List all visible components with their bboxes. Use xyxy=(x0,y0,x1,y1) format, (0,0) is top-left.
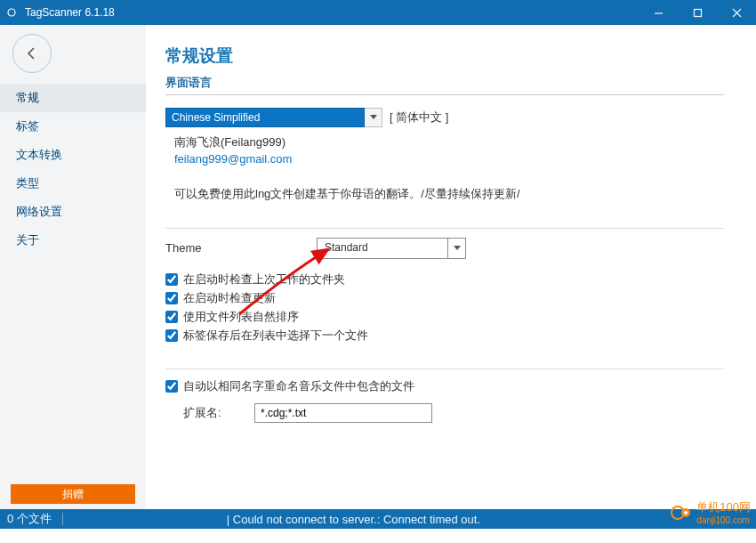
maximize-button[interactable] xyxy=(678,0,717,25)
page-title: 常规设置 xyxy=(165,45,724,68)
extension-input[interactable] xyxy=(254,403,432,423)
translation-note: 可以免费使用此lng文件创建基于你母语的翻译。/尽量持续保持更新/ xyxy=(174,185,724,203)
window-title: TagScanner 6.1.18 xyxy=(23,6,639,19)
sidebar-item-label: 文本转换 xyxy=(16,148,62,161)
sidebar: 常规 标签 文本转换 类型 网络设置 关于 捐赠 xyxy=(0,25,146,509)
check-updates[interactable] xyxy=(165,292,178,304)
check-natural-sort[interactable] xyxy=(165,311,178,323)
sidebar-item-general[interactable]: 常规 xyxy=(0,84,146,112)
chevron-down-icon[interactable] xyxy=(448,238,466,259)
sidebar-item-textconv[interactable]: 文本转换 xyxy=(0,141,146,169)
app-icon xyxy=(0,0,23,25)
theme-select-value: Standard xyxy=(317,238,448,259)
back-button[interactable] xyxy=(12,34,52,73)
theme-select[interactable]: Standard xyxy=(317,238,466,259)
check-last-folder[interactable] xyxy=(165,273,178,286)
check-rename-contained-label[interactable]: 自动以相同名字重命名音乐文件中包含的文件 xyxy=(183,378,414,394)
watermark-name: 单机100网 xyxy=(696,499,751,515)
watermark-url: danji100.com xyxy=(696,515,751,525)
check-rename-contained[interactable] xyxy=(165,380,178,393)
svg-rect-2 xyxy=(694,9,701,16)
svg-point-0 xyxy=(8,9,15,16)
close-button[interactable] xyxy=(717,0,756,25)
check-last-folder-label[interactable]: 在启动时检查上次工作的文件夹 xyxy=(183,272,345,288)
sidebar-item-label: 标签 xyxy=(16,119,39,133)
theme-label: Theme xyxy=(165,241,317,255)
check-updates-label[interactable]: 在启动时检查更新 xyxy=(183,290,276,306)
status-divider xyxy=(62,513,63,525)
status-message: | Could not connect to server.: Connect … xyxy=(67,513,756,526)
chevron-down-icon[interactable] xyxy=(365,108,382,127)
watermark: 单机100网 danji100.com xyxy=(670,499,751,525)
sidebar-item-network[interactable]: 网络设置 xyxy=(0,198,146,226)
sidebar-item-types[interactable]: 类型 xyxy=(0,169,146,198)
translator-name: 南海飞浪(Feilang999) xyxy=(174,134,724,150)
language-native-label: [ 简体中文 ] xyxy=(390,109,448,126)
sidebar-item-label: 类型 xyxy=(16,176,39,190)
divider xyxy=(165,228,724,229)
language-select-value: Chinese Simplified xyxy=(165,108,365,127)
sidebar-item-label: 网络设置 xyxy=(16,205,62,218)
sidebar-item-label: 关于 xyxy=(16,233,39,247)
extension-label: 扩展名: xyxy=(165,405,254,421)
status-file-count: 0 个文件 xyxy=(0,511,59,527)
check-next-after-save-label[interactable]: 标签保存后在列表中选择下一个文件 xyxy=(183,328,368,344)
donate-button[interactable]: 捐赠 xyxy=(11,484,135,504)
section-language-label: 界面语言 xyxy=(165,75,724,91)
sidebar-item-tags[interactable]: 标签 xyxy=(0,112,146,141)
check-natural-sort-label[interactable]: 使用文件列表自然排序 xyxy=(183,309,299,325)
sidebar-item-label: 常规 xyxy=(16,91,39,104)
language-select[interactable]: Chinese Simplified xyxy=(165,108,382,127)
translator-email[interactable]: feilang999@gmail.com xyxy=(174,152,724,166)
sidebar-item-about[interactable]: 关于 xyxy=(0,226,146,255)
divider xyxy=(165,94,724,95)
check-next-after-save[interactable] xyxy=(165,329,178,342)
content-pane: 常规设置 界面语言 Chinese Simplified [ 简体中文 ] 南海… xyxy=(146,25,756,509)
minimize-button[interactable] xyxy=(639,0,678,25)
svg-point-7 xyxy=(684,511,688,515)
divider xyxy=(165,369,724,369)
statusbar: 0 个文件 | Could not connect to server.: Co… xyxy=(0,509,756,529)
